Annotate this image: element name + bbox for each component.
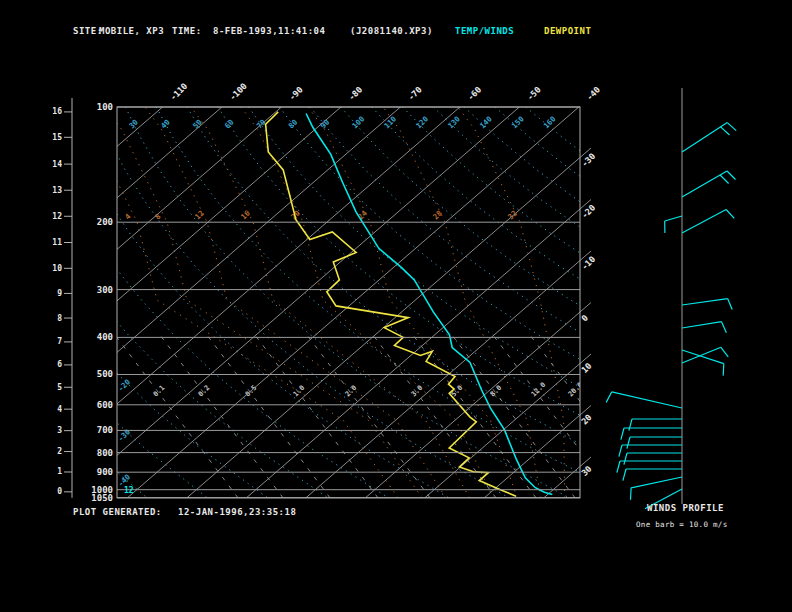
svg-text:400: 400	[97, 332, 113, 342]
svg-text:120: 120	[414, 114, 430, 130]
svg-text:80: 80	[287, 117, 300, 130]
svg-text:-10: -10	[579, 254, 597, 272]
svg-text:150: 150	[510, 114, 526, 130]
svg-text:-110: -110	[168, 81, 190, 103]
svg-text:700: 700	[97, 425, 113, 435]
svg-text:20.0: 20.0	[567, 381, 585, 399]
skewt-sounding-screen: { "header": { "site_label": "SITE:", "si…	[0, 0, 792, 612]
svg-text:300: 300	[97, 285, 113, 295]
svg-text:-20: -20	[579, 202, 597, 220]
svg-text:-30: -30	[579, 151, 597, 169]
svg-text:11: 11	[52, 238, 62, 247]
svg-text:28: 28	[431, 208, 444, 221]
svg-text:1: 1	[57, 467, 62, 476]
svg-text:40: 40	[159, 117, 172, 130]
svg-text:-30: -30	[116, 427, 132, 443]
svg-text:-100: -100	[227, 81, 249, 103]
svg-text:90: 90	[319, 117, 332, 130]
svg-text:0.2: 0.2	[197, 384, 212, 399]
svg-text:-90: -90	[287, 84, 305, 102]
svg-text:14: 14	[52, 160, 62, 169]
svg-text:500: 500	[97, 369, 113, 379]
svg-text:-80: -80	[346, 84, 364, 102]
svg-text:200: 200	[97, 217, 113, 227]
svg-text:100: 100	[350, 114, 366, 130]
svg-text:60: 60	[223, 117, 236, 130]
svg-text:2.0: 2.0	[344, 384, 359, 399]
svg-text:800: 800	[97, 448, 113, 458]
svg-text:0: 0	[57, 487, 62, 496]
svg-text:9: 9	[57, 289, 62, 298]
svg-text:-40: -40	[584, 84, 602, 102]
svg-text:6: 6	[57, 360, 62, 369]
winds-profile-title: WINDS PROFILE	[647, 503, 724, 513]
winds-profile-scale: One barb = 10.0 m/s	[636, 520, 728, 529]
svg-text:8.0: 8.0	[489, 384, 504, 399]
svg-text:3.0: 3.0	[410, 384, 425, 399]
svg-text:12.0: 12.0	[530, 381, 548, 399]
svg-text:16: 16	[52, 107, 62, 116]
svg-text:100: 100	[97, 102, 113, 112]
svg-text:-20: -20	[116, 377, 132, 393]
svg-text:10: 10	[52, 264, 62, 273]
svg-text:900: 900	[97, 467, 113, 477]
svg-text:13: 13	[52, 186, 62, 195]
svg-text:7: 7	[57, 337, 62, 346]
svg-text:4: 4	[57, 405, 62, 414]
svg-text:-50: -50	[525, 84, 543, 102]
svg-text:4: 4	[123, 212, 133, 222]
svg-text:15: 15	[52, 133, 62, 142]
svg-text:2: 2	[57, 447, 62, 456]
wind-barbs	[606, 123, 736, 509]
svg-text:160: 160	[542, 114, 558, 130]
svg-text:5: 5	[57, 383, 62, 392]
svg-text:600: 600	[97, 400, 113, 410]
svg-text:8: 8	[57, 314, 62, 323]
svg-text:-70: -70	[406, 84, 424, 102]
svg-text:12: 12	[52, 212, 62, 221]
svg-text:140: 140	[478, 114, 494, 130]
svg-text:12: 12	[193, 209, 206, 222]
svg-text:110: 110	[382, 114, 398, 130]
svg-text:16: 16	[239, 208, 252, 221]
plot-generated-label: PLOT GENERATED:	[73, 507, 162, 517]
plot-generated-value: 12-JAN-1996,23:35:18	[178, 507, 296, 517]
svg-text:0.1: 0.1	[152, 384, 167, 399]
svg-text:1050: 1050	[91, 493, 113, 503]
svg-text:0: 0	[579, 313, 590, 324]
svg-text:12: 12	[124, 486, 134, 495]
svg-text:-60: -60	[465, 84, 483, 102]
svg-text:50: 50	[191, 117, 204, 130]
svg-text:3: 3	[57, 426, 62, 435]
